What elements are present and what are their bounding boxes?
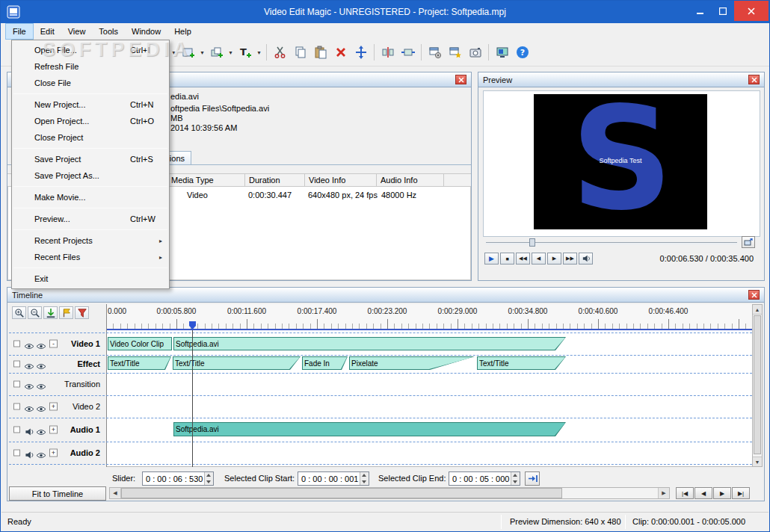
menu-item-open-file[interactable]: Open File...Ctrl+I <box>12 42 169 58</box>
timeline-clip-softpedia-audio[interactable]: Softpedia.avi <box>173 422 566 436</box>
expand-track-button[interactable]: + <box>49 426 58 434</box>
fit-to-timeline-button[interactable]: Fit to Timeline <box>9 486 106 501</box>
maximize-button[interactable] <box>712 1 734 21</box>
marker-icon[interactable] <box>59 306 73 319</box>
step-back-button[interactable]: ◀ <box>694 487 712 499</box>
menu-item-refresh-file[interactable]: Refresh File <box>12 58 169 75</box>
eye-icon[interactable] <box>24 360 34 368</box>
go-last-button[interactable]: ▶| <box>732 487 750 499</box>
menu-item-save-project[interactable]: Save ProjectCtrl+S <box>12 151 169 167</box>
menu-item-preview[interactable]: Preview...Ctrl+W <box>12 211 169 227</box>
scroll-down-icon[interactable]: ▼ <box>753 457 762 466</box>
previous-frame-button[interactable]: ◀◀ <box>516 253 530 265</box>
forward-button[interactable]: ▶ <box>547 253 561 265</box>
trim-clip-icon[interactable] <box>398 42 418 63</box>
move-clip-icon[interactable] <box>351 42 371 63</box>
eye-icon[interactable] <box>24 340 34 348</box>
slider-spinbox[interactable]: 0 : 00 : 06 : 530 <box>142 471 214 486</box>
step-forward-button[interactable]: ▶ <box>713 487 731 499</box>
track-select-checkbox[interactable] <box>13 403 20 410</box>
preview-video[interactable]: S Softpedia Test <box>534 94 707 229</box>
timeline-clip-fade-in[interactable]: Fade In <box>302 356 348 370</box>
playhead-line[interactable] <box>192 330 193 467</box>
stop-button[interactable]: ■ <box>500 253 514 265</box>
paste-icon[interactable] <box>310 42 330 63</box>
eye-icon[interactable] <box>24 403 34 411</box>
track-select-checkbox[interactable] <box>13 341 20 347</box>
horizontal-scroll-thumb[interactable] <box>121 488 562 498</box>
menu-item-make-movie[interactable]: Make Movie... <box>12 189 169 205</box>
timeline-ruler[interactable]: 0.000 0:00:05.800 0:00:11.600 0:00:17.40… <box>106 304 752 330</box>
expand-track-button[interactable]: + <box>49 449 58 457</box>
menu-item-recent-files[interactable]: Recent Files▸ <box>12 249 169 265</box>
menu-item-open-project[interactable]: Open Project...Ctrl+O <box>12 113 169 129</box>
razor-icon[interactable] <box>75 306 89 319</box>
add-transition-button[interactable] <box>206 42 227 63</box>
clip-start-spinbox[interactable]: 0 : 00 : 00 : 001 <box>298 471 369 486</box>
timeline-vertical-scrollbar[interactable]: ▲ ▼ <box>752 304 763 467</box>
add-text-button[interactable]: T <box>235 42 255 63</box>
eye-icon[interactable] <box>36 403 46 411</box>
rewind-button[interactable]: ◀ <box>532 253 546 265</box>
next-frame-button[interactable]: ▶▶ <box>563 253 577 265</box>
scroll-up-icon[interactable]: ▲ <box>753 305 762 315</box>
preview-seek-thumb[interactable] <box>529 238 535 247</box>
close-button[interactable] <box>734 1 769 21</box>
track-select-checkbox[interactable] <box>13 450 20 457</box>
track-select-checkbox[interactable] <box>13 381 20 388</box>
menu-file[interactable]: File <box>5 23 34 40</box>
spin-down-icon[interactable] <box>205 479 213 486</box>
detach-preview-button[interactable] <box>742 236 755 248</box>
scroll-right-icon[interactable]: ▶ <box>658 488 669 498</box>
hidden-button-dropdown-icon[interactable]: ▾ <box>170 42 178 63</box>
timeline-clip-text-title-1[interactable]: Text/Title <box>108 356 171 370</box>
timeline-clip-softpedia-video[interactable]: Softpedia.avi <box>173 337 566 350</box>
clip-end-spinbox[interactable]: 0 : 00 : 05 : 000 <box>449 471 520 486</box>
menu-item-close-file[interactable]: Close File <box>12 75 169 91</box>
collapse-track-button[interactable]: - <box>49 340 58 348</box>
add-video-clip-button[interactable] <box>178 42 198 63</box>
clip-properties-icon[interactable] <box>425 42 445 63</box>
media-window-close-icon[interactable] <box>455 75 466 84</box>
menu-edit[interactable]: Edit <box>34 23 61 40</box>
menu-item-new-project[interactable]: New Project...Ctrl+N <box>12 96 169 113</box>
add-to-timeline-icon[interactable] <box>43 306 58 319</box>
add-transition-dropdown-icon[interactable]: ▾ <box>227 42 235 63</box>
spin-up-icon[interactable] <box>360 472 369 479</box>
menu-item-save-project-as[interactable]: Save Project As... <box>12 167 169 184</box>
cut-icon[interactable] <box>270 42 290 63</box>
timeline-close-icon[interactable] <box>748 290 760 300</box>
split-clip-icon[interactable] <box>378 42 398 63</box>
eye-icon[interactable] <box>36 426 46 434</box>
eye-icon[interactable] <box>24 380 34 389</box>
timeline-horizontal-scrollbar[interactable]: ◀ ▶ <box>109 487 670 499</box>
menu-tools[interactable]: Tools <box>92 23 125 40</box>
go-first-button[interactable]: |◀ <box>676 487 694 499</box>
play-button[interactable]: ▶ <box>484 253 499 265</box>
preview-close-icon[interactable] <box>748 75 760 84</box>
expand-track-button[interactable]: + <box>49 403 58 411</box>
menu-view[interactable]: View <box>61 23 93 40</box>
capture-icon[interactable] <box>492 42 512 63</box>
preview-seek-slider[interactable] <box>486 242 737 244</box>
menu-window[interactable]: Window <box>125 23 167 40</box>
menu-item-recent-projects[interactable]: Recent Projects▸ <box>12 232 169 249</box>
track-select-checkbox[interactable] <box>13 361 20 368</box>
minimize-button[interactable] <box>689 1 712 21</box>
column-audio-info[interactable]: Audio Info <box>377 174 444 186</box>
menu-item-close-project[interactable]: Close Project <box>12 129 169 146</box>
spin-down-icon[interactable] <box>511 479 520 486</box>
add-video-clip-dropdown-icon[interactable]: ▾ <box>198 42 206 63</box>
spin-up-icon[interactable] <box>511 472 520 479</box>
jump-to-selection-button[interactable] <box>525 471 540 486</box>
timeline-clip-text-title-3[interactable]: Text/Title <box>477 356 566 370</box>
column-duration[interactable]: Duration <box>245 174 305 186</box>
track-select-checkbox[interactable] <box>13 427 20 433</box>
zoom-in-icon[interactable] <box>12 306 26 319</box>
scroll-left-icon[interactable]: ◀ <box>110 488 121 498</box>
menu-item-exit[interactable]: Exit <box>12 270 169 287</box>
vertical-scroll-thumb[interactable] <box>754 315 761 454</box>
eye-icon[interactable] <box>36 380 46 389</box>
menu-help[interactable]: Help <box>167 23 198 40</box>
column-media-type[interactable]: Media Type <box>167 174 245 186</box>
